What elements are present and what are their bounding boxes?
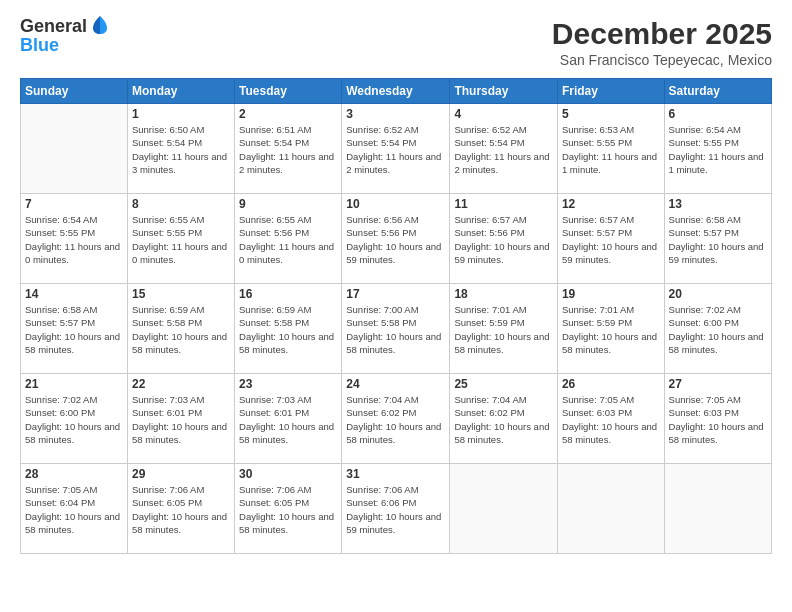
header-sunday: Sunday <box>21 79 128 104</box>
day-detail: Sunrise: 6:55 AMSunset: 5:55 PMDaylight:… <box>132 213 230 266</box>
day-detail: Sunrise: 7:01 AMSunset: 5:59 PMDaylight:… <box>454 303 553 356</box>
day-cell: 9Sunrise: 6:55 AMSunset: 5:56 PMDaylight… <box>235 194 342 284</box>
day-number: 9 <box>239 197 337 211</box>
day-cell: 31Sunrise: 7:06 AMSunset: 6:06 PMDayligh… <box>342 464 450 554</box>
day-detail: Sunrise: 6:54 AMSunset: 5:55 PMDaylight:… <box>669 123 767 176</box>
day-cell: 21Sunrise: 7:02 AMSunset: 6:00 PMDayligh… <box>21 374 128 464</box>
header-wednesday: Wednesday <box>342 79 450 104</box>
day-number: 2 <box>239 107 337 121</box>
day-number: 4 <box>454 107 553 121</box>
logo-blue: Blue <box>20 35 111 56</box>
day-cell: 11Sunrise: 6:57 AMSunset: 5:56 PMDayligh… <box>450 194 558 284</box>
day-detail: Sunrise: 6:59 AMSunset: 5:58 PMDaylight:… <box>239 303 337 356</box>
day-number: 24 <box>346 377 445 391</box>
day-number: 25 <box>454 377 553 391</box>
header-friday: Friday <box>557 79 664 104</box>
day-number: 21 <box>25 377 123 391</box>
day-number: 31 <box>346 467 445 481</box>
day-number: 20 <box>669 287 767 301</box>
day-number: 30 <box>239 467 337 481</box>
day-cell: 27Sunrise: 7:05 AMSunset: 6:03 PMDayligh… <box>664 374 771 464</box>
day-detail: Sunrise: 7:05 AMSunset: 6:04 PMDaylight:… <box>25 483 123 536</box>
title-block: December 2025 San Francisco Tepeyecac, M… <box>552 16 772 68</box>
day-cell <box>21 104 128 194</box>
day-cell: 23Sunrise: 7:03 AMSunset: 6:01 PMDayligh… <box>235 374 342 464</box>
day-cell: 16Sunrise: 6:59 AMSunset: 5:58 PMDayligh… <box>235 284 342 374</box>
day-cell: 14Sunrise: 6:58 AMSunset: 5:57 PMDayligh… <box>21 284 128 374</box>
day-number: 16 <box>239 287 337 301</box>
day-cell: 28Sunrise: 7:05 AMSunset: 6:04 PMDayligh… <box>21 464 128 554</box>
day-detail: Sunrise: 6:56 AMSunset: 5:56 PMDaylight:… <box>346 213 445 266</box>
day-cell <box>557 464 664 554</box>
day-detail: Sunrise: 6:57 AMSunset: 5:57 PMDaylight:… <box>562 213 660 266</box>
day-number: 17 <box>346 287 445 301</box>
day-cell: 5Sunrise: 6:53 AMSunset: 5:55 PMDaylight… <box>557 104 664 194</box>
day-number: 27 <box>669 377 767 391</box>
day-cell: 25Sunrise: 7:04 AMSunset: 6:02 PMDayligh… <box>450 374 558 464</box>
day-cell: 4Sunrise: 6:52 AMSunset: 5:54 PMDaylight… <box>450 104 558 194</box>
day-cell: 18Sunrise: 7:01 AMSunset: 5:59 PMDayligh… <box>450 284 558 374</box>
days-header-row: Sunday Monday Tuesday Wednesday Thursday… <box>21 79 772 104</box>
day-cell: 26Sunrise: 7:05 AMSunset: 6:03 PMDayligh… <box>557 374 664 464</box>
day-cell <box>664 464 771 554</box>
day-cell: 10Sunrise: 6:56 AMSunset: 5:56 PMDayligh… <box>342 194 450 284</box>
day-cell: 17Sunrise: 7:00 AMSunset: 5:58 PMDayligh… <box>342 284 450 374</box>
day-detail: Sunrise: 6:54 AMSunset: 5:55 PMDaylight:… <box>25 213 123 266</box>
day-cell: 15Sunrise: 6:59 AMSunset: 5:58 PMDayligh… <box>127 284 234 374</box>
day-detail: Sunrise: 7:05 AMSunset: 6:03 PMDaylight:… <box>562 393 660 446</box>
day-number: 10 <box>346 197 445 211</box>
day-cell: 24Sunrise: 7:04 AMSunset: 6:02 PMDayligh… <box>342 374 450 464</box>
day-cell: 30Sunrise: 7:06 AMSunset: 6:05 PMDayligh… <box>235 464 342 554</box>
day-detail: Sunrise: 7:06 AMSunset: 6:05 PMDaylight:… <box>239 483 337 536</box>
week-row-4: 28Sunrise: 7:05 AMSunset: 6:04 PMDayligh… <box>21 464 772 554</box>
header-tuesday: Tuesday <box>235 79 342 104</box>
calendar: Sunday Monday Tuesday Wednesday Thursday… <box>20 78 772 554</box>
day-number: 22 <box>132 377 230 391</box>
day-cell: 22Sunrise: 7:03 AMSunset: 6:01 PMDayligh… <box>127 374 234 464</box>
day-detail: Sunrise: 6:51 AMSunset: 5:54 PMDaylight:… <box>239 123 337 176</box>
logo: General Blue <box>20 16 111 56</box>
day-detail: Sunrise: 7:03 AMSunset: 6:01 PMDaylight:… <box>132 393 230 446</box>
logo-icon <box>89 14 111 36</box>
day-detail: Sunrise: 7:06 AMSunset: 6:06 PMDaylight:… <box>346 483 445 536</box>
day-detail: Sunrise: 7:06 AMSunset: 6:05 PMDaylight:… <box>132 483 230 536</box>
day-number: 11 <box>454 197 553 211</box>
day-number: 8 <box>132 197 230 211</box>
day-detail: Sunrise: 6:52 AMSunset: 5:54 PMDaylight:… <box>454 123 553 176</box>
day-number: 28 <box>25 467 123 481</box>
day-number: 18 <box>454 287 553 301</box>
day-cell: 29Sunrise: 7:06 AMSunset: 6:05 PMDayligh… <box>127 464 234 554</box>
location: San Francisco Tepeyecac, Mexico <box>552 52 772 68</box>
day-detail: Sunrise: 6:55 AMSunset: 5:56 PMDaylight:… <box>239 213 337 266</box>
header-monday: Monday <box>127 79 234 104</box>
day-number: 23 <box>239 377 337 391</box>
header: General Blue December 2025 San Francisco… <box>20 16 772 68</box>
day-detail: Sunrise: 6:58 AMSunset: 5:57 PMDaylight:… <box>669 213 767 266</box>
week-row-3: 21Sunrise: 7:02 AMSunset: 6:00 PMDayligh… <box>21 374 772 464</box>
day-detail: Sunrise: 6:52 AMSunset: 5:54 PMDaylight:… <box>346 123 445 176</box>
day-cell: 20Sunrise: 7:02 AMSunset: 6:00 PMDayligh… <box>664 284 771 374</box>
header-thursday: Thursday <box>450 79 558 104</box>
day-cell: 7Sunrise: 6:54 AMSunset: 5:55 PMDaylight… <box>21 194 128 284</box>
day-number: 19 <box>562 287 660 301</box>
day-number: 29 <box>132 467 230 481</box>
day-number: 14 <box>25 287 123 301</box>
day-cell <box>450 464 558 554</box>
day-detail: Sunrise: 7:04 AMSunset: 6:02 PMDaylight:… <box>346 393 445 446</box>
day-detail: Sunrise: 7:04 AMSunset: 6:02 PMDaylight:… <box>454 393 553 446</box>
header-saturday: Saturday <box>664 79 771 104</box>
day-detail: Sunrise: 6:53 AMSunset: 5:55 PMDaylight:… <box>562 123 660 176</box>
day-cell: 12Sunrise: 6:57 AMSunset: 5:57 PMDayligh… <box>557 194 664 284</box>
day-detail: Sunrise: 7:00 AMSunset: 5:58 PMDaylight:… <box>346 303 445 356</box>
week-row-0: 1Sunrise: 6:50 AMSunset: 5:54 PMDaylight… <box>21 104 772 194</box>
day-detail: Sunrise: 6:58 AMSunset: 5:57 PMDaylight:… <box>25 303 123 356</box>
day-number: 1 <box>132 107 230 121</box>
day-detail: Sunrise: 7:05 AMSunset: 6:03 PMDaylight:… <box>669 393 767 446</box>
day-cell: 6Sunrise: 6:54 AMSunset: 5:55 PMDaylight… <box>664 104 771 194</box>
logo-text: General Blue <box>20 16 111 56</box>
day-cell: 1Sunrise: 6:50 AMSunset: 5:54 PMDaylight… <box>127 104 234 194</box>
day-detail: Sunrise: 7:03 AMSunset: 6:01 PMDaylight:… <box>239 393 337 446</box>
day-number: 26 <box>562 377 660 391</box>
day-detail: Sunrise: 6:50 AMSunset: 5:54 PMDaylight:… <box>132 123 230 176</box>
day-cell: 2Sunrise: 6:51 AMSunset: 5:54 PMDaylight… <box>235 104 342 194</box>
